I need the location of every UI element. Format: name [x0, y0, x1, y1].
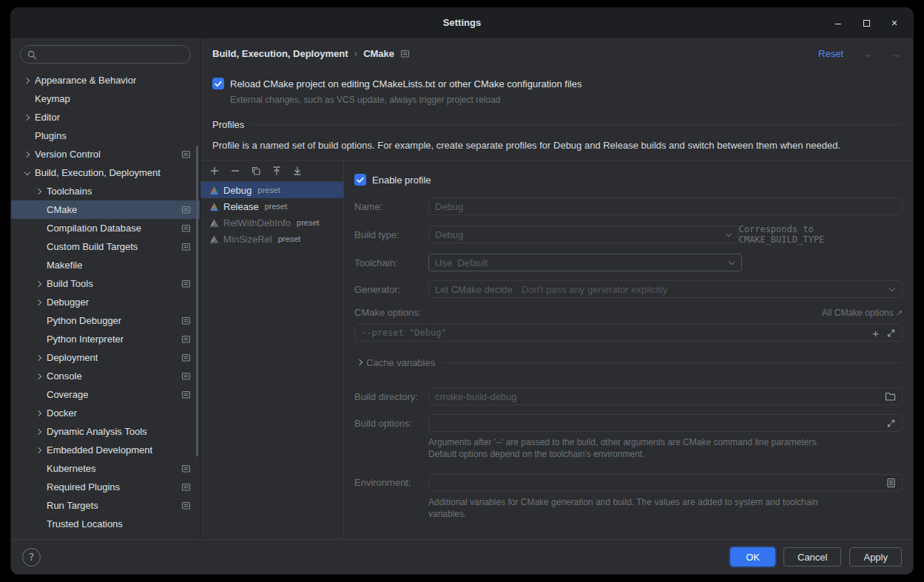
chevron-right-icon[interactable] — [32, 295, 47, 310]
breadcrumb-separator: › — [354, 47, 357, 59]
sidebar-item-kubernetes[interactable]: Kubernetes — [11, 459, 200, 478]
add-profile-icon[interactable] — [209, 165, 220, 177]
sidebar-item-deployment[interactable]: Deployment — [11, 348, 200, 367]
sidebar-item-build-execution-deployment[interactable]: Build, Execution, Deployment — [11, 163, 200, 182]
profile-item-debug[interactable]: Debugpreset — [200, 182, 343, 198]
profile-name: RelWithDebInfo — [223, 217, 291, 229]
chevron-right-icon[interactable] — [32, 443, 47, 458]
chevron-right-icon[interactable] — [32, 277, 47, 291]
enable-profile-row[interactable]: Enable profile — [354, 174, 903, 186]
chevron-spacer — [32, 461, 47, 476]
sidebar-item-docker[interactable]: Docker — [11, 404, 200, 422]
all-cmake-options-link[interactable]: All CMake options↗ — [822, 308, 903, 318]
name-row: Name: Debug — [354, 197, 903, 215]
expand-icon[interactable] — [886, 419, 896, 428]
close-button[interactable]: × — [889, 18, 900, 28]
chevron-right-icon[interactable] — [32, 184, 47, 199]
sidebar-item-build-tools[interactable]: Build Tools — [11, 274, 200, 293]
copy-profile-icon[interactable] — [250, 165, 262, 177]
sidebar-item-appearance-behavior[interactable]: Appearance & Behavior — [11, 71, 200, 89]
sidebar-item-version-control[interactable]: Version Control — [11, 145, 200, 163]
build-options-input[interactable] — [428, 414, 903, 432]
sidebar-scrollbar[interactable] — [196, 146, 198, 456]
check-icon — [215, 81, 222, 87]
sidebar-item-console[interactable]: Console — [11, 367, 200, 385]
sidebar-item-embedded-development[interactable]: Embedded Development — [11, 441, 200, 459]
environment-input[interactable] — [428, 474, 903, 492]
sidebar-item-required-plugins[interactable]: Required Plugins — [11, 478, 200, 496]
chevron-right-icon[interactable] — [20, 73, 35, 88]
titlebar[interactable]: Settings – × — [11, 8, 913, 38]
expand-icon[interactable] — [886, 328, 896, 338]
add-icon[interactable]: + — [872, 328, 879, 339]
dropdown-chevron-icon — [728, 259, 735, 266]
chevron-right-icon[interactable] — [32, 351, 47, 365]
cancel-button[interactable]: Cancel — [783, 547, 841, 566]
sidebar-item-keymap[interactable]: Keymap — [11, 89, 200, 108]
profile-item-minsizerel[interactable]: MinSizeRelpreset — [200, 231, 343, 247]
cache-variables-toggle[interactable]: Cache variables — [354, 355, 903, 370]
sidebar-item-trusted-locations[interactable]: Trusted Locations — [11, 515, 200, 533]
cmake-options-input[interactable]: --preset "Debug" + — [354, 324, 903, 342]
chevron-spacer — [20, 129, 35, 143]
profile-item-release[interactable]: Releasepreset — [200, 198, 343, 214]
section-divider — [252, 124, 901, 125]
sidebar-item-run-targets[interactable]: Run Targets — [11, 496, 200, 515]
name-label: Name: — [354, 201, 428, 212]
cmake-profile-icon — [209, 202, 219, 212]
settings-window: Settings – × Appearance & BehaviorKeymap… — [10, 7, 914, 575]
chevron-right-icon[interactable] — [20, 147, 35, 162]
sidebar-item-dynamic-analysis-tools[interactable]: Dynamic Analysis Tools — [11, 422, 200, 441]
breadcrumb-current[interactable]: CMake — [363, 48, 394, 59]
reload-cmake-row[interactable]: Reload CMake project on editing CMakeLis… — [212, 78, 901, 89]
help-button[interactable]: ? — [22, 548, 41, 566]
settings-search-input[interactable] — [20, 45, 191, 64]
sidebar-item-label: Python Interpreter — [47, 334, 124, 345]
generator-select[interactable]: Let CMake decide Don't pass any generato… — [428, 280, 903, 298]
sidebar-item-label: Python Debugger — [47, 315, 121, 326]
back-arrow[interactable]: ← — [864, 47, 875, 60]
chevron-right-icon[interactable] — [20, 110, 35, 125]
all-cmake-options-text: All CMake options — [822, 308, 894, 318]
reset-link[interactable]: Reset — [818, 48, 843, 59]
chevron-right-icon[interactable] — [32, 369, 47, 384]
enable-profile-checkbox[interactable] — [354, 174, 366, 186]
sidebar-item-python-debugger[interactable]: Python Debugger — [11, 311, 200, 330]
build-type-select[interactable]: Debug — [428, 226, 739, 243]
apply-button[interactable]: Apply — [849, 547, 902, 566]
environment-list-icon[interactable] — [886, 478, 896, 488]
sidebar-item-coverage[interactable]: Coverage — [11, 385, 200, 404]
minimize-button[interactable]: – — [833, 18, 843, 28]
sidebar-item-editor[interactable]: Editor — [11, 108, 200, 126]
sidebar-item-compilation-database[interactable]: Compilation Database — [11, 219, 200, 237]
build-directory-input[interactable]: cmake-build-debug — [428, 388, 903, 405]
breadcrumb-root[interactable]: Build, Execution, Deployment — [212, 48, 348, 59]
forward-arrow[interactable]: → — [890, 47, 901, 60]
sidebar-item-plugins[interactable]: Plugins — [11, 126, 200, 145]
chevron-right-icon[interactable] — [32, 406, 47, 421]
sidebar-item-python-interpreter[interactable]: Python Interpreter — [11, 330, 200, 348]
sidebar-item-custom-build-targets[interactable]: Custom Build Targets — [11, 237, 200, 256]
reload-cmake-checkbox[interactable] — [212, 78, 224, 89]
maximize-button[interactable] — [861, 18, 871, 28]
dropdown-chevron-icon — [725, 231, 732, 238]
ok-button[interactable]: OK — [730, 547, 775, 566]
sidebar-item-debugger[interactable]: Debugger — [11, 293, 200, 311]
sidebar-item-toolchains[interactable]: Toolchains — [11, 182, 200, 200]
profile-item-relwithdebinfo[interactable]: RelWithDebInfopreset — [200, 214, 343, 231]
build-type-label: Build type: — [354, 229, 428, 240]
generator-placeholder: Don't pass any generator explicitly — [522, 284, 668, 295]
move-down-icon[interactable] — [291, 165, 303, 177]
sidebar-item-cmake[interactable]: CMake — [11, 200, 200, 219]
name-input[interactable]: Debug — [428, 197, 903, 215]
chevron-down-icon[interactable] — [20, 166, 35, 180]
window-controls: – × — [833, 18, 900, 28]
folder-icon[interactable] — [885, 391, 896, 402]
chevron-right-icon[interactable] — [354, 355, 366, 370]
sidebar-item-makefile[interactable]: Makefile — [11, 256, 200, 274]
profile-preset-tag: preset — [278, 234, 301, 243]
toolchain-select[interactable]: Use Default — [428, 254, 742, 271]
remove-profile-icon[interactable] — [229, 165, 241, 177]
move-up-icon[interactable] — [271, 165, 283, 177]
chevron-right-icon[interactable] — [32, 424, 47, 439]
